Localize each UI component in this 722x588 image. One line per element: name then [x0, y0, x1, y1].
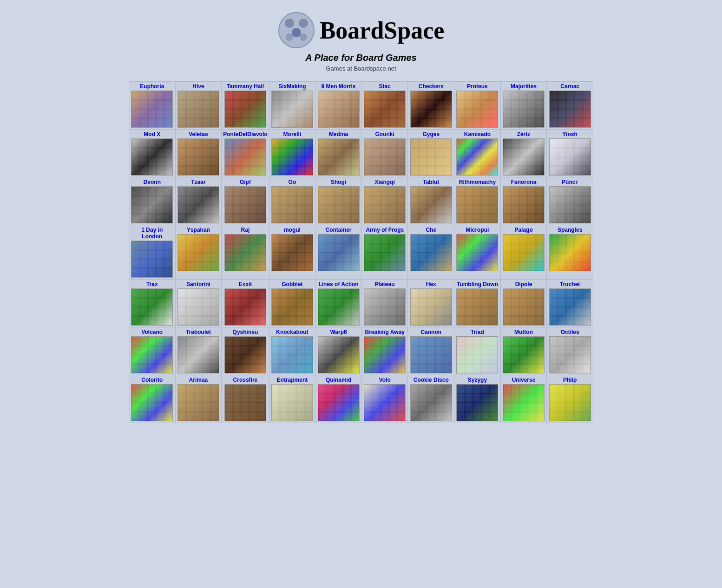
- game-link-tablut[interactable]: Tablut: [409, 179, 453, 185]
- game-link-9-men-morris[interactable]: 9 Men Morris: [317, 83, 360, 90]
- svg-rect-320: [389, 157, 397, 166]
- svg-rect-177: [520, 119, 527, 127]
- svg-rect-1247: [225, 394, 233, 402]
- game-link-püncт[interactable]: Püncт: [548, 179, 591, 185]
- game-link-majorities[interactable]: Majorities: [502, 83, 545, 90]
- game-link-colorito[interactable]: Colorito: [131, 377, 174, 383]
- game-link-mogul[interactable]: mogul: [271, 227, 314, 233]
- svg-rect-942: [444, 289, 451, 298]
- game-link-cookie-disco[interactable]: Cookie Disco: [409, 377, 453, 383]
- svg-rect-924: [398, 307, 405, 316]
- game-link-mod-x[interactable]: Mod X: [131, 131, 174, 137]
- game-link-arimaa[interactable]: Arimaa: [177, 377, 220, 383]
- game-link-breaking-away[interactable]: Breaking Away: [363, 329, 407, 335]
- game-link-knockabout[interactable]: Knockabout: [271, 329, 314, 335]
- game-link-mutton[interactable]: Mutton: [502, 329, 545, 335]
- game-link-zèrtz[interactable]: Zèrtz: [502, 131, 545, 137]
- game-link-entrapment[interactable]: Entrapment: [271, 377, 314, 383]
- svg-rect-1367: [504, 394, 511, 402]
- game-link-tzaar[interactable]: Tzaar: [177, 179, 220, 185]
- svg-rect-817: [148, 317, 156, 325]
- game-link-rithmomachy[interactable]: Rithmomachy: [456, 179, 499, 185]
- game-link-truchet[interactable]: Truchet: [548, 281, 591, 287]
- svg-rect-388: [550, 157, 558, 166]
- game-link-go[interactable]: Go: [271, 179, 314, 185]
- game-link-pontedeldiavolo[interactable]: PonteDelDiavolo: [223, 131, 267, 137]
- game-link-kamisado[interactable]: Kamisado: [456, 131, 499, 137]
- game-link-syzygy[interactable]: Syzygy: [456, 377, 499, 383]
- game-link-fanorona[interactable]: Fanorona: [502, 179, 545, 185]
- svg-rect-65: [258, 119, 265, 127]
- game-cell: Plateau: [361, 280, 408, 327]
- game-link-morelli[interactable]: Morelli: [271, 131, 314, 137]
- game-link-raj[interactable]: Raj: [223, 227, 267, 233]
- game-cell: Trax: [129, 280, 176, 327]
- svg-rect-300: [343, 157, 350, 166]
- game-link-stac[interactable]: Stac: [363, 83, 407, 90]
- game-link-hive[interactable]: Hive: [177, 83, 220, 90]
- game-link-volcano[interactable]: Volcano: [131, 329, 174, 335]
- game-link-yinsh[interactable]: Yinsh: [548, 131, 591, 137]
- game-link-gobblet[interactable]: Gobblet: [271, 281, 314, 287]
- game-link-medina[interactable]: Medina: [317, 131, 360, 137]
- svg-rect-1358: [482, 385, 489, 393]
- game-link-octiles[interactable]: Octiles: [548, 329, 591, 335]
- game-link-phlip[interactable]: Phlip: [548, 377, 591, 383]
- svg-rect-956: [474, 307, 481, 316]
- game-link-tammany-hall[interactable]: Tammany Hall: [223, 83, 267, 90]
- game-link-plateau[interactable]: Plateau: [363, 281, 407, 287]
- game-link-micropul[interactable]: Micropul: [456, 227, 499, 233]
- svg-rect-831: [187, 298, 194, 307]
- game-link-dipole[interactable]: Dipole: [502, 281, 545, 287]
- svg-rect-1265: [258, 412, 265, 421]
- game-link-hex[interactable]: Hex: [409, 281, 453, 287]
- svg-rect-348: [457, 157, 465, 166]
- game-link-army-of-frogs[interactable]: Army of Frogs: [363, 227, 407, 233]
- svg-rect-67: [272, 100, 280, 109]
- game-link-shogi[interactable]: Shogi: [317, 179, 360, 185]
- game-link-container[interactable]: Container: [317, 227, 360, 233]
- game-link-spangles[interactable]: Spangles: [548, 227, 591, 233]
- game-link-quinamid[interactable]: Quinamid: [317, 377, 360, 383]
- svg-rect-1393: [558, 412, 565, 421]
- game-link-euphoria[interactable]: Euphoria: [131, 83, 174, 90]
- game-link-gipf[interactable]: Gipf: [223, 179, 267, 185]
- game-cell: Entrapment: [269, 375, 315, 423]
- game-link-1-day-in-london[interactable]: 1 Day in London: [131, 227, 174, 240]
- game-link-universe[interactable]: Universe: [502, 377, 545, 383]
- svg-rect-298: [343, 139, 350, 148]
- game-link-traboulet[interactable]: Traboulet: [177, 329, 220, 335]
- game-link-tumbling-down[interactable]: Tumbling Down: [456, 281, 499, 287]
- svg-rect-522: [398, 187, 405, 196]
- game-link-triad[interactable]: Triad: [456, 329, 499, 335]
- game-link-trax[interactable]: Trax: [131, 281, 174, 287]
- game-link-veletas[interactable]: Veletas: [177, 131, 220, 137]
- game-link-yspahan[interactable]: Yspahan: [177, 227, 220, 233]
- svg-rect-634: [195, 235, 202, 243]
- svg-rect-618: [157, 242, 164, 250]
- game-link-sixmaking[interactable]: SixMaking: [271, 83, 314, 90]
- game-link-gyges[interactable]: Gyges: [409, 131, 453, 137]
- game-link-crossfire[interactable]: Crossfire: [223, 377, 267, 383]
- game-link-carnac[interactable]: Carnac: [548, 83, 591, 90]
- game-link-palago[interactable]: Palago: [502, 227, 545, 233]
- svg-rect-1051: [233, 346, 241, 354]
- game-link-exxit[interactable]: Exxit: [223, 281, 267, 287]
- svg-rect-1392: [558, 403, 565, 412]
- game-link-gounki[interactable]: Gounki: [363, 131, 407, 137]
- game-link-lines-of-action[interactable]: Lines of Action: [317, 281, 360, 287]
- svg-rect-1199: [574, 346, 582, 354]
- game-link-xiangqi[interactable]: Xiangqi: [363, 179, 407, 185]
- game-link-volo[interactable]: Volo: [363, 377, 407, 383]
- game-link-checkers[interactable]: Checkers: [409, 83, 453, 90]
- game-link-warp6[interactable]: Warp6: [317, 329, 360, 335]
- svg-rect-394: [566, 139, 574, 148]
- svg-rect-1026: [178, 337, 186, 346]
- svg-rect-895: [335, 298, 342, 307]
- game-link-santorini[interactable]: Santorini: [177, 281, 220, 287]
- game-link-proteus[interactable]: Proteus: [456, 83, 499, 90]
- game-link-che[interactable]: Che: [409, 227, 453, 233]
- game-link-dvonn[interactable]: Dvonn: [131, 179, 174, 185]
- game-link-cannon[interactable]: Cannon: [409, 329, 453, 335]
- game-link-qyshinsu[interactable]: Qyshinsu: [223, 329, 267, 335]
